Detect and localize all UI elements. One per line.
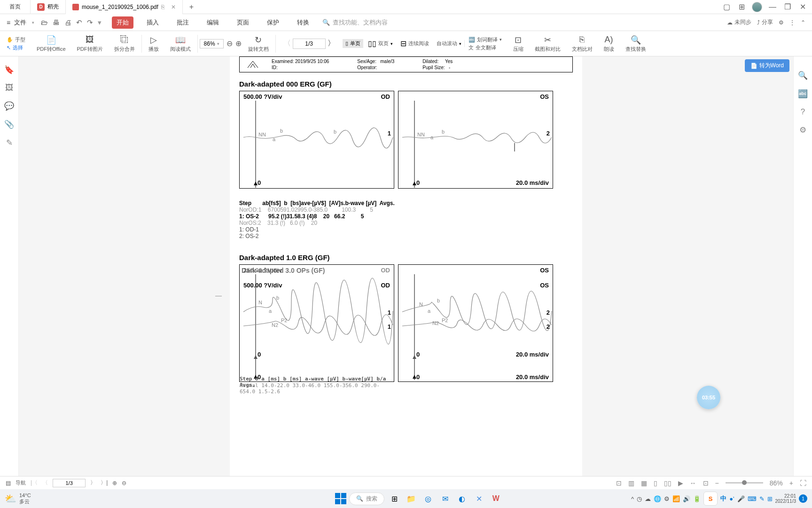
- add-tab-button[interactable]: +: [183, 3, 200, 11]
- zoom-in-icon[interactable]: ⊕: [235, 39, 242, 48]
- menu-insert[interactable]: 插入: [142, 16, 164, 29]
- view-mode-2-icon[interactable]: ▥: [628, 479, 634, 487]
- collapse-ribbon-icon[interactable]: ⌃: [801, 19, 805, 26]
- zoom-out-icon[interactable]: ⊖: [226, 39, 233, 48]
- tray-volume-icon[interactable]: 🔊: [683, 495, 690, 502]
- tray-icon-1[interactable]: ◷: [637, 495, 642, 502]
- full-translate-button[interactable]: 文全文翻译: [468, 44, 502, 51]
- floating-timer[interactable]: 03:55: [697, 386, 720, 409]
- window-close[interactable]: ✕: [798, 2, 807, 12]
- page-status-input[interactable]: [53, 479, 86, 487]
- single-page-button[interactable]: ▯单页: [343, 39, 363, 48]
- save-icon[interactable]: 🖶: [53, 18, 60, 27]
- add-page-icon[interactable]: ⊕: [112, 480, 117, 486]
- continuous-read-button[interactable]: ⊟连续阅读: [398, 39, 432, 48]
- undo-icon[interactable]: ↶: [76, 18, 82, 27]
- menu-protect[interactable]: 保护: [262, 16, 284, 29]
- view-mode-1-icon[interactable]: ⊡: [616, 479, 622, 487]
- view-mode-3-icon[interactable]: ▦: [641, 479, 647, 487]
- find-replace-button[interactable]: 🔍查找替换: [621, 35, 651, 53]
- notification-badge[interactable]: 1: [799, 494, 807, 503]
- tray-ime-opt2[interactable]: 🎤: [737, 495, 745, 502]
- select-tool[interactable]: ↖选择: [7, 44, 25, 51]
- explorer-icon[interactable]: 📁: [404, 492, 418, 506]
- settings-panel-icon[interactable]: ⚙: [799, 125, 806, 135]
- weather-widget[interactable]: ⛅ 14°C 多云: [5, 492, 31, 505]
- tray-ime-opt1[interactable]: ●': [729, 495, 734, 502]
- tray-onedrive-icon[interactable]: ☁: [645, 495, 651, 502]
- tray-icon-2[interactable]: 🌐: [654, 495, 661, 502]
- bookmark-icon[interactable]: 🔖: [4, 65, 14, 75]
- file-dropdown-icon[interactable]: ▾: [32, 20, 34, 25]
- start-button[interactable]: [335, 493, 346, 504]
- attachment-icon[interactable]: 📎: [4, 119, 14, 129]
- image-panel-icon[interactable]: 🖼: [5, 83, 13, 93]
- compress-button[interactable]: ⊡压缩: [508, 35, 528, 53]
- menu-page[interactable]: 页面: [232, 16, 254, 29]
- window-maximize[interactable]: ❐: [783, 2, 792, 12]
- close-tab-icon[interactable]: ✕: [171, 4, 176, 10]
- crop-compare-button[interactable]: ✂截图和对比: [530, 35, 565, 53]
- window-minimize[interactable]: —: [768, 2, 777, 12]
- zoom-in-status[interactable]: +: [789, 479, 793, 487]
- apps-icon[interactable]: ⊞: [737, 2, 746, 12]
- play-button[interactable]: ▷播放: [144, 35, 164, 53]
- menu-convert[interactable]: 转换: [292, 16, 314, 29]
- ime-indicator[interactable]: 中: [720, 494, 726, 503]
- tab-wps-template[interactable]: D 稻壳: [31, 0, 66, 14]
- fit-width-icon[interactable]: ↔: [690, 479, 696, 487]
- menu-start[interactable]: 开始: [112, 16, 133, 29]
- read-aloud-button[interactable]: A)朗读: [599, 35, 619, 53]
- tray-battery-icon[interactable]: 🔋: [693, 495, 701, 502]
- pdf-to-office-button[interactable]: 📄PDF转Office: [32, 35, 70, 53]
- file-menu[interactable]: 文件: [14, 18, 26, 27]
- tab-pdf-document[interactable]: mouse_1_20190925_1006.pdf ⎘ ✕: [66, 0, 183, 14]
- hamburger-icon[interactable]: ≡: [7, 19, 10, 26]
- auto-scroll-button[interactable]: 自动滚动▾: [434, 40, 465, 47]
- zoom-slider[interactable]: [726, 482, 763, 484]
- page-input[interactable]: [293, 39, 326, 49]
- convert-to-word-button[interactable]: 📄 转为Word: [745, 59, 789, 72]
- app-icon-2[interactable]: ✕: [472, 492, 486, 506]
- view-mode-5-icon[interactable]: ▯▯: [664, 479, 671, 487]
- tray-icon-3[interactable]: ⚙: [664, 495, 670, 502]
- tray-ime-opt5[interactable]: ⊞: [767, 495, 773, 502]
- qat-dropdown-icon[interactable]: ▾: [98, 18, 102, 27]
- tray-ime-opt4[interactable]: ✎: [759, 495, 765, 502]
- presentation-icon[interactable]: ▶: [678, 479, 683, 487]
- menu-comment[interactable]: 批注: [172, 16, 194, 29]
- task-view-icon[interactable]: ⊞: [387, 492, 401, 506]
- nav-label[interactable]: 导航: [16, 479, 26, 486]
- tray-up-icon[interactable]: ^: [631, 495, 634, 502]
- redo-icon[interactable]: ↷: [87, 18, 93, 27]
- fit-page-icon[interactable]: ⊡: [703, 479, 709, 487]
- taskbar-search[interactable]: 🔍搜索: [349, 492, 384, 505]
- search-input[interactable]: 🔍 查找功能、文档内容: [322, 18, 388, 27]
- word-translate-button[interactable]: 🔤划词翻译▾: [468, 36, 502, 43]
- tray-wifi-icon[interactable]: 📶: [672, 495, 680, 502]
- wps-task-icon[interactable]: W: [489, 492, 503, 506]
- view-mode-4-icon[interactable]: ▯: [654, 479, 657, 487]
- tray-ime-opt3[interactable]: ⌨: [748, 495, 757, 502]
- next-page-status-icon[interactable]: 〉: [90, 479, 96, 487]
- zoom-out-status[interactable]: −: [715, 479, 719, 487]
- hand-tool[interactable]: ✋手型: [7, 36, 25, 43]
- clock[interactable]: 22:01 2022/11/3: [775, 493, 796, 504]
- app-icon-1[interactable]: ◐: [455, 492, 469, 506]
- read-mode-button[interactable]: 📖阅读模式: [165, 35, 198, 53]
- split-merge-button[interactable]: ⿻拆分合并: [109, 35, 142, 53]
- document-viewport[interactable]: Examined: 2019/9/25 10:06 ID: Sex/Age: m…: [19, 56, 793, 489]
- more-icon[interactable]: ⋮: [789, 19, 795, 26]
- search-panel-icon[interactable]: 🔍: [798, 71, 808, 80]
- settings-icon[interactable]: ⚙: [779, 19, 784, 26]
- sogou-ime-icon[interactable]: S: [703, 492, 718, 506]
- help-icon[interactable]: ?: [801, 107, 805, 117]
- menu-edit[interactable]: 编辑: [202, 16, 224, 29]
- fullscreen-icon[interactable]: ⛶: [800, 479, 806, 487]
- remove-page-icon[interactable]: ⊖: [122, 480, 126, 486]
- open-icon[interactable]: 🗁: [41, 18, 48, 27]
- rotate-button[interactable]: ↻旋转文档: [243, 35, 276, 53]
- pdf-to-image-button[interactable]: 🖼PDF转图片: [72, 35, 108, 53]
- comment-panel-icon[interactable]: 💬: [4, 101, 14, 111]
- translate-panel-icon[interactable]: 🔤: [798, 89, 808, 99]
